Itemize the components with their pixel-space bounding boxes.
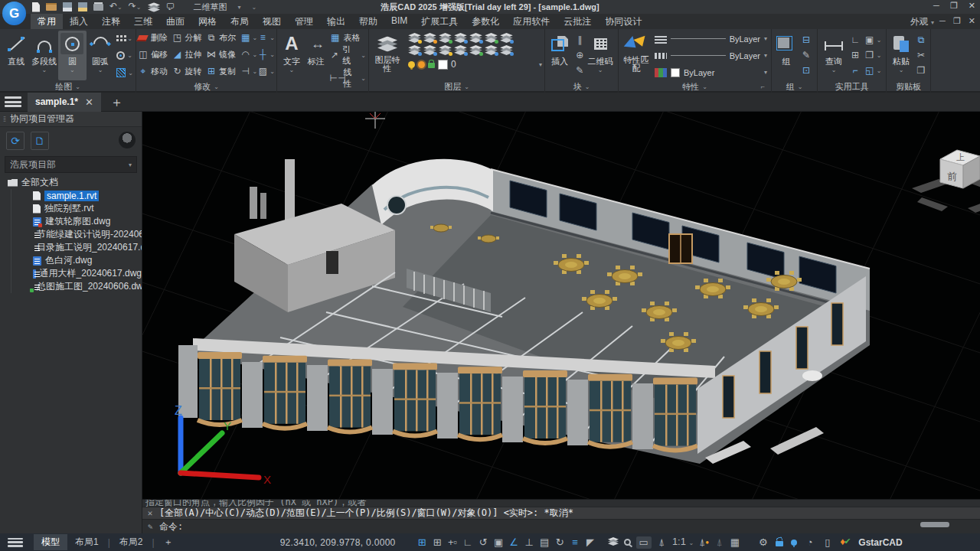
hatch-toggle-icon[interactable]: ▤: [540, 537, 550, 548]
document-tab[interactable]: sample.1* ✕: [28, 93, 101, 112]
group-select-icon[interactable]: ⊡: [801, 66, 812, 76]
layer-thaw-icon[interactable]: [423, 44, 436, 55]
grid-display-icon[interactable]: ⊞: [433, 537, 443, 548]
tab-mesh[interactable]: 网格: [191, 14, 224, 30]
snap-grid-icon[interactable]: ⊞: [417, 537, 427, 548]
lineweight-display-icon[interactable]: ≡: [570, 537, 580, 548]
tab-insert[interactable]: 插入: [63, 14, 95, 30]
panel-layers-label[interactable]: 图层⌄: [369, 80, 544, 93]
object-snap-icon[interactable]: ▣: [494, 537, 504, 548]
restore-button[interactable]: ❐: [950, 1, 958, 11]
tree-file[interactable]: 节能绿建设计说明-20240612.d: [11, 228, 142, 241]
layer-unlock-icon[interactable]: [439, 32, 452, 43]
tab-collaboration[interactable]: 协同设计: [598, 14, 648, 30]
tab-apps[interactable]: 应用软件: [506, 14, 557, 30]
tab-parametric[interactable]: 参数化: [465, 14, 506, 30]
tab-close-icon[interactable]: ✕: [85, 96, 93, 108]
copy-with-basepoint-icon[interactable]: ❐: [916, 66, 926, 76]
tree-file[interactable]: 独院别墅.rvt: [11, 202, 142, 215]
current-layer-dropdown[interactable]: 0: [451, 58, 536, 71]
snap-mode-icon[interactable]: +▫: [448, 537, 458, 548]
app-logo-icon[interactable]: G: [2, 2, 26, 25]
tree-file[interactable]: 目录施工说明_20240617.dwg: [11, 241, 142, 254]
security-shield-icon[interactable]: [840, 537, 851, 547]
tab-surface[interactable]: 曲面: [159, 14, 191, 30]
layer-freeze-icon[interactable]: [423, 32, 436, 43]
tab-express[interactable]: 扩展工具: [414, 14, 465, 30]
tree-file[interactable]: 建筑轮廓图.dwg: [11, 215, 142, 228]
layer-on-icon[interactable]: [408, 32, 421, 43]
hatch-button[interactable]: ⌄: [116, 67, 133, 78]
upload-file-button[interactable]: 🗋: [31, 132, 49, 150]
new-layout-button[interactable]: ＋: [156, 534, 181, 550]
layer-merge-icon[interactable]: [500, 44, 513, 55]
qrcode-button[interactable]: 二维码 ⌄: [585, 31, 616, 80]
block-attach-icon[interactable]: ✎: [574, 66, 585, 76]
panel-modify-label[interactable]: 修改⌄: [136, 80, 276, 93]
cancel-icon[interactable]: ✕: [145, 508, 155, 518]
doc-close-button[interactable]: ✕: [969, 16, 975, 26]
angle-measure-icon[interactable]: ∟: [850, 35, 861, 45]
measure-button[interactable]: 查询 ⌄: [820, 31, 848, 80]
tab-3d[interactable]: 三维: [127, 14, 159, 30]
auto-scale-icon[interactable]: ⍋●: [699, 537, 709, 548]
arc-button[interactable]: 圆弧 ⌄: [87, 31, 115, 80]
layer-make-current-icon[interactable]: [454, 32, 467, 43]
tab-help[interactable]: 帮助: [352, 14, 384, 30]
layer-restore-icon[interactable]: [485, 32, 498, 43]
cube-front-label[interactable]: 前: [947, 171, 957, 182]
panel-draw-label[interactable]: 绘图⌄: [0, 80, 136, 93]
copy-button[interactable]: ⊞复制: [206, 66, 240, 77]
layer-walk-icon[interactable]: [485, 44, 498, 55]
block-edit-icon[interactable]: ⊕: [574, 51, 585, 60]
panel-block-label[interactable]: 块⌄: [545, 80, 618, 93]
annotation-scale-dropdown[interactable]: 1:1 ⌄: [672, 536, 694, 549]
status-menu-icon[interactable]: [8, 538, 23, 547]
cut-icon[interactable]: ✂: [916, 51, 926, 60]
clean-screen-icon[interactable]: ▭: [636, 536, 652, 549]
circle-button[interactable]: 圆 ⌄: [58, 31, 87, 80]
close-button[interactable]: ✕: [969, 1, 975, 11]
layer-properties-button[interactable]: 图层特性: [371, 31, 403, 80]
tree-root-folder[interactable]: 全部文档: [0, 176, 142, 189]
copy-nested-icon[interactable]: ❐⌄: [863, 51, 883, 60]
paste-special-icon[interactable]: ▣⌄: [863, 35, 883, 45]
layer-lock-icon[interactable]: [439, 44, 452, 55]
isolate-objects-icon[interactable]: [608, 537, 619, 548]
command-input-line[interactable]: ✎ 命令:: [142, 520, 980, 533]
layout2-tab[interactable]: 布局2: [112, 534, 151, 550]
panel-group-label[interactable]: 组⌄: [772, 80, 817, 93]
panel-header[interactable]: ⁞⁞ 协同项目管理器: [0, 112, 142, 127]
insert-block-button[interactable]: 插入: [547, 31, 572, 80]
layer-state-icon[interactable]: [500, 32, 513, 43]
offset-button[interactable]: ◫偏移: [138, 49, 172, 60]
divide-button[interactable]: ┼⌄: [257, 50, 275, 60]
magnifier-icon[interactable]: [624, 539, 631, 546]
ungroup-icon[interactable]: ⊟: [801, 35, 812, 45]
doc-minimize-button[interactable]: ─: [939, 16, 946, 26]
dimension-button[interactable]: ↔ 标注: [304, 31, 328, 92]
copy-clip-icon[interactable]: ⧉: [916, 35, 926, 45]
break-button[interactable]: ⊣⌄: [240, 67, 258, 77]
tree-file[interactable]: 通用大样_20240617.dwg: [11, 267, 142, 280]
linear-button[interactable]: ⊢⊣线性⌄: [330, 67, 366, 90]
panel-clipboard-label[interactable]: 剪贴板: [887, 80, 930, 93]
tree-file[interactable]: 色白河.dwg: [11, 254, 142, 267]
group-edit-icon[interactable]: ✎: [801, 51, 812, 60]
fillet-button[interactable]: ◠⌄: [240, 50, 258, 60]
tab-output[interactable]: 输出: [320, 14, 352, 30]
settings-gear-icon[interactable]: ⚙: [758, 537, 768, 548]
tab-layout[interactable]: 布局: [224, 14, 256, 30]
layer-prev-icon[interactable]: [469, 44, 482, 55]
rotate-button[interactable]: ↻旋转: [172, 66, 207, 77]
tab-manage[interactable]: 管理: [288, 14, 320, 30]
align-button[interactable]: ≡⌄: [257, 33, 275, 43]
quick-properties-icon[interactable]: ▦: [730, 537, 740, 548]
group-button[interactable]: 组: [774, 31, 799, 80]
tab-bim[interactable]: BIM: [384, 14, 414, 30]
paste-button[interactable]: 粘贴 ⌄: [889, 31, 913, 80]
array-button[interactable]: ▦⌄: [240, 33, 258, 43]
menu-hamburger-icon[interactable]: [5, 96, 21, 107]
panel-utilities-label[interactable]: 实用工具: [818, 80, 886, 93]
text-button[interactable]: A 文字 ⌄: [279, 31, 304, 92]
